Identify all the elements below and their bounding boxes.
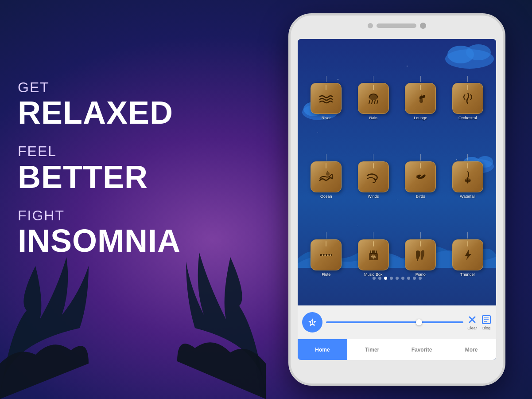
- sound-item-waterfall[interactable]: Waterfall: [446, 124, 490, 198]
- nav-favorite[interactable]: Favorite: [397, 339, 447, 360]
- sound-tile-waterfall[interactable]: [452, 161, 483, 192]
- line2-big: BETTER: [18, 160, 181, 195]
- page-dot-5[interactable]: [396, 277, 399, 280]
- svg-point-19: [322, 254, 323, 256]
- svg-line-13: [377, 100, 378, 104]
- waterfall-label: Waterfall: [460, 194, 475, 199]
- orchestral-label: Orchestral: [458, 116, 477, 120]
- ocean-icon: [318, 169, 334, 185]
- rain-label: Rain: [369, 116, 377, 120]
- sound-item-lounge[interactable]: Lounge: [399, 46, 443, 120]
- page-indicator: [298, 277, 496, 280]
- birds-label: Birds: [416, 194, 425, 199]
- sound-item-river[interactable]: River: [304, 46, 348, 120]
- waterfall-icon: [460, 169, 476, 185]
- lounge-icon: [412, 90, 428, 106]
- sound-tile-winds[interactable]: [358, 161, 389, 192]
- sound-item-winds[interactable]: Winds: [352, 124, 396, 198]
- phone-mockup: River: [288, 13, 505, 386]
- sound-item-thunder[interactable]: Thunder: [446, 202, 490, 277]
- flute-icon: [318, 247, 334, 263]
- nav-more[interactable]: More: [447, 339, 496, 360]
- music-box-label: Music Box: [364, 272, 383, 277]
- flute-label: Flute: [322, 272, 330, 277]
- blog-label: Blog: [482, 326, 490, 330]
- volume-slider[interactable]: [326, 321, 463, 323]
- thunder-label: Thunder: [460, 272, 475, 277]
- birds-icon: [412, 169, 428, 185]
- app-background: River: [298, 39, 496, 305]
- sound-tile-ocean[interactable]: [311, 161, 342, 192]
- svg-rect-24: [370, 250, 377, 254]
- svg-point-21: [327, 254, 329, 256]
- svg-point-14: [326, 172, 330, 176]
- line1-big: RELAXED: [18, 95, 181, 130]
- sound-item-flute[interactable]: Flute: [304, 202, 348, 277]
- svg-point-16: [416, 175, 418, 176]
- promo-text: GET RELAXED FEEL BETTER FIGHT INSOMNIA: [18, 80, 181, 272]
- sound-item-music-box[interactable]: Music Box: [352, 202, 396, 277]
- sound-tile-thunder[interactable]: [452, 239, 483, 270]
- page-dot-1[interactable]: [373, 277, 376, 280]
- sound-tile-lounge[interactable]: [405, 83, 436, 114]
- play-pause-button[interactable]: [302, 312, 322, 332]
- phone-dot-left: [368, 23, 373, 28]
- rain-icon: [365, 90, 381, 106]
- page-dot-3[interactable]: [384, 277, 387, 280]
- sound-tile-music-box[interactable]: [358, 239, 389, 270]
- page-dot-2[interactable]: [378, 277, 381, 280]
- orchestral-icon: [460, 90, 476, 106]
- svg-point-20: [324, 254, 326, 256]
- bottom-navigation: Home Timer Favorite More: [298, 339, 496, 360]
- sound-tile-birds[interactable]: [405, 161, 436, 192]
- clear-label: Clear: [467, 326, 477, 330]
- line2-small: FEEL: [18, 144, 181, 159]
- svg-line-12: [374, 100, 375, 104]
- page-dot-7[interactable]: [407, 277, 410, 280]
- sound-item-ocean[interactable]: Ocean: [304, 124, 348, 198]
- lounge-label: Lounge: [414, 116, 427, 120]
- phone-camera: [420, 23, 426, 29]
- line3-small: FIGHT: [18, 208, 181, 223]
- sound-grid: River: [302, 43, 492, 279]
- play-pause-icon: [307, 317, 317, 327]
- sound-item-birds[interactable]: Birds: [399, 124, 443, 198]
- phone-speaker: [377, 23, 416, 28]
- blog-icon: [481, 314, 492, 325]
- page-dot-9[interactable]: [419, 277, 422, 280]
- clear-icon: [467, 314, 478, 325]
- sound-tile-river[interactable]: [311, 83, 342, 114]
- sound-item-rain[interactable]: Rain: [352, 46, 396, 120]
- sound-tile-orchestral[interactable]: [452, 83, 483, 114]
- nav-timer[interactable]: Timer: [347, 339, 397, 360]
- svg-line-11: [372, 100, 373, 104]
- sound-item-piano[interactable]: Piano: [399, 202, 443, 277]
- piano-label: Piano: [416, 272, 426, 277]
- river-icon: [318, 90, 334, 106]
- phone-body: River: [288, 13, 505, 386]
- page-dot-4[interactable]: [390, 277, 393, 280]
- nav-home[interactable]: Home: [298, 339, 347, 360]
- sound-item-orchestral[interactable]: Orchestral: [446, 46, 490, 120]
- page-dot-8[interactable]: [413, 277, 416, 280]
- svg-rect-27: [311, 321, 312, 324]
- blog-button[interactable]: Blog: [481, 314, 492, 330]
- river-label: River: [322, 116, 331, 120]
- sound-tile-rain[interactable]: [358, 83, 389, 114]
- music-box-icon: [365, 247, 381, 263]
- svg-line-10: [369, 100, 370, 104]
- line1-small: GET: [18, 80, 181, 95]
- piano-icon: [412, 247, 428, 263]
- thunder-icon: [460, 247, 476, 263]
- player-bar: Clear Blog: [298, 305, 496, 339]
- sound-tile-flute[interactable]: [311, 239, 342, 270]
- svg-rect-28: [313, 321, 314, 324]
- ocean-label: Ocean: [320, 194, 332, 199]
- sound-tile-piano[interactable]: [405, 239, 436, 270]
- winds-icon: [365, 169, 381, 185]
- slider-thumb[interactable]: [416, 319, 422, 325]
- svg-point-22: [330, 254, 331, 256]
- clear-button[interactable]: Clear: [467, 314, 478, 330]
- page-dot-6[interactable]: [401, 277, 404, 280]
- line3-big: INSOMNIA: [18, 223, 181, 258]
